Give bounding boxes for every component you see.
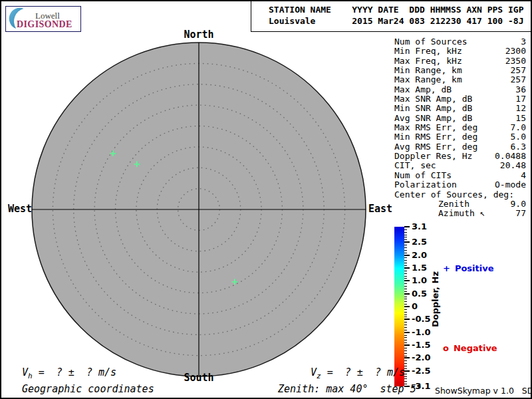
colorbar-major-tick (404, 226, 410, 227)
stats-panel: Num of Sources3Min Freq, kHz2300Max Freq… (394, 37, 526, 219)
circle-marker-icon: o (443, 343, 449, 353)
skymap-window: Lowell DIGISONDE STATION NAME YYYY DATE … (0, 0, 532, 399)
stat-row: Max Range, km257 (394, 75, 526, 84)
colorbar-major-tick (404, 386, 410, 387)
colorbar-major-tick (404, 293, 410, 295)
colorbar-tick-label: -1.0 (412, 327, 430, 337)
stat-label: Max Range, km (394, 75, 462, 84)
stat-value: 12 (515, 104, 526, 113)
colorbar-tick-label: 2.0 (412, 250, 427, 260)
stat-label: Max RMS Err, deg (394, 123, 477, 132)
stat-value: 6.3 (511, 142, 526, 152)
stat-value: 20.48 (500, 161, 526, 170)
stat-label: Min SNR Amp, dB (394, 104, 472, 113)
stat-value: 15 (515, 114, 526, 123)
skymap-plot: +++ (31, 42, 366, 377)
source-marker: + (110, 148, 116, 159)
negative-label: Negative (454, 343, 497, 353)
stat-label: Max Amp, dB (394, 85, 452, 94)
colorbar-tick-label: -0.5 (412, 314, 430, 324)
stat-row: Min Range, km257 (394, 66, 526, 75)
stat-row: Min RMS Err, deg5.0 (394, 132, 526, 142)
lowell-digisonde-logo: Lowell DIGISONDE (5, 6, 81, 32)
colorbar-tick-label: -1.5 (412, 340, 430, 350)
stat-row: Max Amp, dB36 (394, 85, 526, 94)
header-values: Louisvale 2015 Mar24 083 212230 417 100 … (269, 16, 524, 26)
colorbar-tick-label: -2.0 (412, 352, 430, 362)
stat-label: Avg RMS Err, deg (394, 142, 477, 152)
vertical-velocity-readout: Vz = ? ± ? m/s (311, 366, 405, 380)
stat-row: Avg RMS Err, deg6.3 (394, 142, 526, 152)
colorbar-tick-label: 1.0 (412, 275, 427, 285)
colorbar-major-tick (404, 344, 410, 346)
colorbar-major-tick (404, 241, 410, 243)
compass-south-label: South (184, 372, 213, 384)
stat-value: 4 (521, 171, 526, 180)
colorbar-tick-label: 1.5 (412, 263, 427, 273)
colorbar-tick-label: -2.5 (412, 366, 430, 376)
header-column-titles: STATION NAME YYYY DATE DDD HHMMSS AXN PP… (269, 5, 524, 15)
stat-label: Min Range, km (394, 66, 462, 75)
zenith-range-note: Zenith: max 40° step 5° (278, 383, 422, 395)
plus-marker-icon: + (443, 263, 450, 273)
colorbar-major-tick (404, 280, 410, 281)
stat-row: Num of Sources3 (394, 37, 526, 47)
skymap-polar-grid (31, 42, 366, 377)
station-header: STATION NAME YYYY DATE DDD HHMMSS AXN PP… (251, 1, 531, 32)
stat-row: Min Freq, kHz2300 (394, 47, 526, 56)
colorbar-major-tick (404, 319, 410, 320)
stat-value: 9.0 (511, 200, 526, 209)
stat-label: Azimuth ↖ (394, 209, 485, 218)
source-marker: + (231, 277, 238, 287)
stat-value: 17 (515, 94, 526, 104)
stat-label: Center of Sources, deg: (394, 190, 514, 200)
colorbar-tick-label: 0.5 (412, 289, 427, 299)
colorbar-major-tick (404, 267, 410, 269)
stat-value: 77 (515, 209, 526, 218)
colorbar-major-tick (404, 255, 410, 256)
doppler-colorbar (394, 227, 404, 386)
colorbar-major-tick (404, 332, 410, 333)
colorbar-tick-label: -3.1 (412, 381, 430, 391)
stat-row: Azimuth ↖77 (394, 209, 526, 218)
stat-value: 2350 (505, 57, 526, 66)
stat-label: Max Freq, kHz (394, 57, 462, 66)
stat-row: Center of Sources, deg: (394, 190, 526, 200)
horizontal-velocity-readout: Vh = ? ± ? m/s (22, 366, 116, 380)
compass-east-label: East (368, 203, 392, 215)
stat-value: 257 (511, 75, 526, 84)
stat-value: 36 (515, 85, 526, 94)
stat-row: Zenith9.0 (394, 200, 526, 209)
positive-legend: +Positive (443, 263, 494, 273)
stat-value: 257 (511, 66, 526, 75)
colorbar-tick-label: 3.1 (412, 221, 427, 231)
stat-label: Num of Sources (394, 37, 467, 47)
stat-row: Max RMS Err, deg7.0 (394, 123, 526, 132)
stat-label: CIT, sec (394, 161, 436, 170)
stat-value: 7.0 (511, 123, 526, 132)
doppler-axis-label: Doppler, Hz (430, 271, 440, 327)
stat-label: Min Freq, kHz (394, 47, 462, 56)
source-marker: + (134, 159, 140, 170)
colorbar-major-tick (404, 357, 410, 358)
stat-label: Avg SNR Amp, dB (394, 114, 472, 123)
stat-label: Num of CITs (394, 171, 452, 180)
stat-row: Doppler Res, Hz0.0488 (394, 152, 526, 161)
stat-value: 2300 (505, 47, 526, 56)
colorbar-major-tick (404, 370, 410, 372)
stat-row: Avg SNR Amp, dB15 (394, 114, 526, 123)
stat-row: Max Freq, kHz2350 (394, 57, 526, 66)
stat-row: Num of CITs4 (394, 171, 526, 180)
software-version-label: ShowSkymap v 1.0 SD v 5.1 (435, 386, 532, 396)
stat-value: O-mode (495, 180, 526, 190)
colorbar-tick-label: 0 (412, 301, 418, 311)
colorbar-tick-label: 2.5 (412, 237, 427, 247)
compass-west-label: West (8, 203, 32, 215)
stat-label: Min RMS Err, deg (394, 132, 477, 142)
stat-label: Zenith (394, 200, 469, 209)
stat-label: Max SNR Amp, dB (394, 94, 472, 104)
stat-label: Polarization (394, 180, 457, 190)
positive-label: Positive (455, 263, 494, 273)
stat-row: Min SNR Amp, dB12 (394, 104, 526, 113)
negative-legend: oNegative (443, 343, 497, 353)
